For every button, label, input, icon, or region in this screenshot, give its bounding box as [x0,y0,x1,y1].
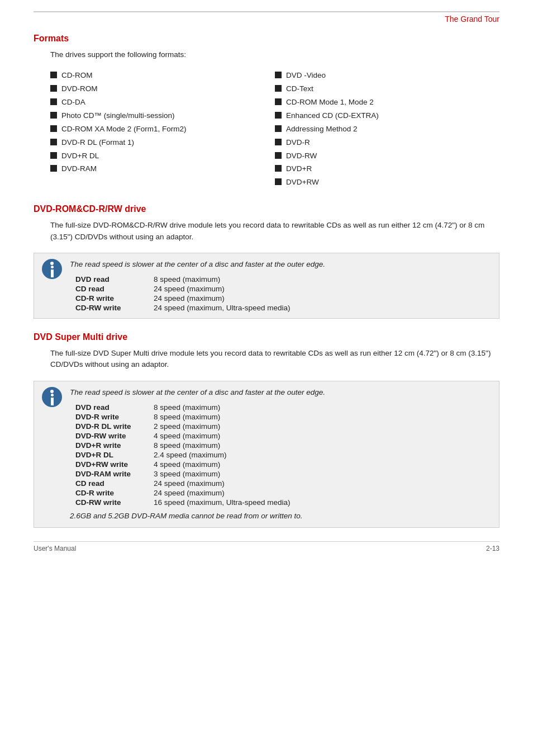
dvd-super-note-box: The read speed is slower at the center o… [34,381,499,528]
dvd-rom-note-box: The read speed is slower at the center o… [34,253,499,319]
speed-label: DVD-R write [75,412,154,422]
table-row: CD-RW write24 speed (maximum, Ultra-spee… [75,303,497,313]
table-row: CD-R write24 speed (maximum) [75,488,497,498]
format-item: DVD-R DL (Format 1) [50,138,275,148]
dvd-super-footer-note: 2.6GB and 5.2GB DVD-RAM media cannot be … [70,511,491,522]
formats-columns: CD-ROMDVD-ROMCD-DAPhoto CD™ (single/mult… [50,70,499,191]
format-bullet [50,112,57,119]
speed-label: DVD-RAM write [75,469,154,479]
speed-label: DVD-R DL write [75,422,154,431]
speed-label: CD-R write [75,294,154,303]
speed-value: 24 speed (maximum) [154,479,497,488]
dvd-rom-section: DVD-ROM&CD-R/RW drive The full-size DVD-… [34,204,499,319]
speed-label: CD-RW write [75,498,154,507]
format-item: CD-ROM Mode 1, Mode 2 [275,97,499,108]
format-label: CD-ROM Mode 1, Mode 2 [286,97,374,108]
table-row: DVD read8 speed (maximum) [75,403,497,412]
format-bullet [50,152,57,159]
format-bullet [275,178,282,185]
format-label: Photo CD™ (single/multi-session) [61,111,175,121]
format-item: Photo CD™ (single/multi-session) [50,111,275,121]
format-item: Addressing Method 2 [275,124,499,135]
format-item: CD-ROM XA Mode 2 (Form1, Form2) [50,124,275,135]
format-label: DVD-RW [286,151,317,162]
format-label: CD-ROM XA Mode 2 (Form1, Form2) [61,124,187,135]
speed-label: CD read [75,479,154,488]
speed-label: DVD+RW write [75,460,154,469]
format-item: DVD+RW [275,177,499,188]
table-row: DVD read8 speed (maximum) [75,275,497,284]
dvd-rom-speed-table: DVD read8 speed (maximum)CD read24 speed… [75,275,497,313]
format-item: CD-ROM [50,70,275,81]
format-item: DVD+R [275,164,499,174]
format-item: DVD+R DL [50,151,275,162]
formats-col-2: DVD -VideoCD-TextCD-ROM Mode 1, Mode 2En… [275,70,499,191]
dvd-super-note-italic: The read speed is slower at the center o… [70,387,491,398]
speed-value: 24 speed (maximum) [154,284,497,294]
speed-value: 2.4 speed (maximum) [154,450,497,460]
formats-intro: The drives support the following formats… [50,49,499,60]
table-row: DVD-R DL write2 speed (maximum) [75,422,497,431]
table-row: CD-R write24 speed (maximum) [75,294,497,303]
speed-label: CD-R write [75,488,154,498]
format-bullet [50,139,57,145]
format-label: DVD+R [286,164,312,174]
speed-value: 4 speed (maximum) [154,460,497,469]
speed-label: CD read [75,284,154,294]
table-row: DVD+R DL2.4 speed (maximum) [75,450,497,460]
formats-section: Formats The drives support the following… [34,34,499,191]
table-row: CD read24 speed (maximum) [75,284,497,294]
format-bullet [50,72,57,78]
format-bullet [275,98,282,105]
format-bullet [275,85,282,92]
format-label: CD-DA [61,97,85,108]
format-bullet [275,165,282,172]
format-item: DVD-ROM [50,84,275,94]
speed-label: DVD+R DL [75,450,154,460]
speed-label: CD-RW write [75,303,154,313]
table-row: DVD+RW write4 speed (maximum) [75,460,497,469]
speed-label: DVD-RW write [75,431,154,441]
dvd-super-body: The full-size DVD Super Multi drive modu… [50,348,499,371]
format-label: DVD+R DL [61,151,99,162]
format-bullet [50,98,57,105]
speed-value: 8 speed (maximum) [154,275,497,284]
speed-value: 24 speed (maximum) [154,488,497,498]
dvd-super-title: DVD Super Multi drive [34,332,499,342]
format-item: CD-DA [50,97,275,108]
format-bullet [50,125,57,132]
dvd-rom-note-italic: The read speed is slower at the center o… [70,259,491,270]
format-label: CD-Text [286,84,313,94]
format-label: DVD+RW [286,177,319,188]
speed-label: DVD read [75,403,154,412]
format-bullet [275,72,282,78]
page-header-title: The Grand Tour [445,15,499,23]
speed-value: 4 speed (maximum) [154,431,497,441]
speed-value: 3 speed (maximum) [154,469,497,479]
table-row: CD-RW write16 speed (maximum, Ultra-spee… [75,498,497,507]
format-bullet [275,125,282,132]
speed-value: 24 speed (maximum, Ultra-speed media) [154,303,497,313]
table-row: DVD+R write8 speed (maximum) [75,441,497,450]
dvd-super-speed-table: DVD read8 speed (maximum)DVD-R write8 sp… [75,403,497,507]
formats-title: Formats [34,34,499,44]
info-icon-2 [42,387,62,407]
table-row: DVD-RW write4 speed (maximum) [75,431,497,441]
table-row: DVD-R write8 speed (maximum) [75,412,497,422]
dvd-rom-title: DVD-ROM&CD-R/RW drive [34,204,499,214]
speed-value: 8 speed (maximum) [154,403,497,412]
formats-col-1: CD-ROMDVD-ROMCD-DAPhoto CD™ (single/mult… [50,70,275,191]
dvd-rom-body: The full-size DVD-ROM&CD-R/RW drive modu… [50,220,499,243]
dvd-super-note-content: The read speed is slower at the center o… [70,387,491,522]
format-label: Enhanced CD (CD-EXTRA) [286,111,379,121]
footer-right: 2-13 [486,545,499,552]
info-icon [42,259,62,279]
format-item: Enhanced CD (CD-EXTRA) [275,111,499,121]
format-item: DVD-RW [275,151,499,162]
dvd-super-section: DVD Super Multi drive The full-size DVD … [34,332,499,528]
format-label: DVD-ROM [61,84,98,94]
format-label: CD-ROM [61,70,93,81]
format-bullet [275,152,282,159]
format-item: DVD -Video [275,70,499,81]
format-label: DVD-R DL (Format 1) [61,138,134,148]
